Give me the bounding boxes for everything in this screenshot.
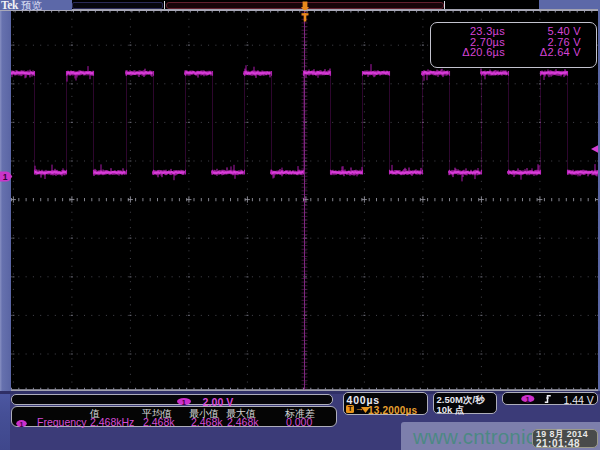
svg-text:1: 1 (3, 172, 8, 182)
svg-text:1: 1 (525, 395, 529, 403)
svg-text:1: 1 (20, 420, 24, 427)
svg-text:1: 1 (181, 398, 185, 406)
